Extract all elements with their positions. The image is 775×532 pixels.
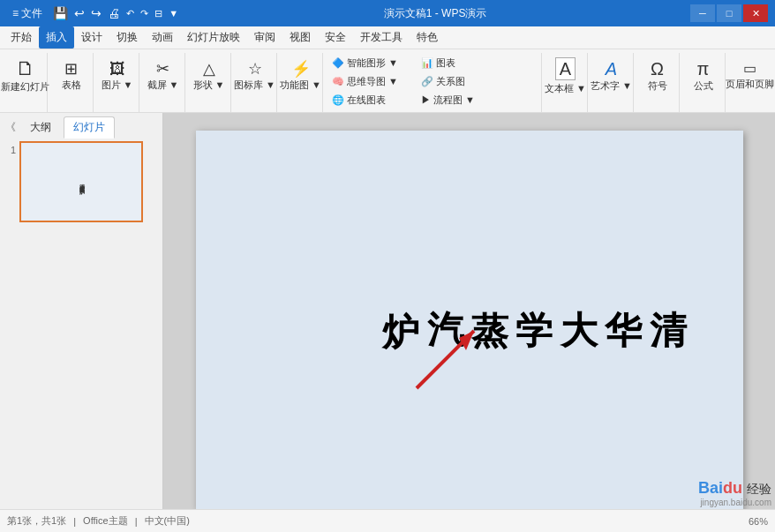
menu-slideshow[interactable]: 幻灯片放映	[180, 26, 247, 49]
menu-insert[interactable]: 插入	[39, 26, 74, 49]
funcdgm-btn[interactable]: ⚡ 功能图 ▼	[276, 55, 325, 97]
maximize-btn[interactable]: □	[717, 4, 741, 22]
quick-access-toolbar: 💾 ↩ ↪ 🖨 ↶ ↷ ⊟ ▼	[51, 4, 180, 22]
qa-redo-btn[interactable]: ↪	[89, 4, 103, 22]
title-bar-controls: ─ □ ✕	[690, 4, 768, 22]
iconlib-label: 图标库 ▼	[234, 79, 275, 92]
title-bar-title: 演示文稿1 - WPS演示	[180, 6, 690, 21]
image-btn[interactable]: 🖼 图片 ▼	[98, 55, 137, 97]
slide-1-wrapper: 1 清华大学蒸汽炉	[4, 141, 159, 222]
status-language: 中文(中国)	[145, 514, 190, 528]
iconlib-btn[interactable]: ☆ 图标库 ▼	[230, 55, 279, 97]
arttext-btn[interactable]: A 艺术字 ▼	[587, 55, 636, 97]
qa-undo-btn[interactable]: ↩	[72, 4, 87, 22]
toolbar-group-textbox: A 文本框 ▼	[544, 53, 588, 112]
symbol-icon: Ω	[651, 60, 664, 78]
chart-btn[interactable]: 📊 图表	[418, 56, 488, 71]
status-slide-info: 第1张，共1张	[7, 514, 66, 528]
qa-dropdown-btn[interactable]: ▼	[167, 6, 180, 20]
toolbar-group-crop: ✂ 截屏 ▼	[141, 53, 185, 112]
menu-security[interactable]: 安全	[318, 26, 353, 49]
qa-minus-btn[interactable]: ⊟	[153, 6, 164, 21]
shape-label: 形状 ▼	[193, 79, 225, 92]
headerfooter-btn[interactable]: ▭ 页眉和页脚	[722, 55, 776, 97]
funcdgm-label: 功能图 ▼	[280, 79, 321, 92]
smart-shape-btn[interactable]: 🔷 智能图形 ▼	[328, 56, 417, 71]
textbox-label: 文本框 ▼	[545, 82, 586, 95]
status-bar: 第1张，共1张 | Office主题 | 中文(中国) 66%	[0, 509, 775, 532]
table-btn[interactable]: ⊞ 表格	[52, 55, 91, 97]
menu-start[interactable]: 开始	[4, 26, 39, 49]
toolbar-group-newslide: 🗋 新建幻灯片	[4, 53, 48, 112]
status-zoom: 66%	[749, 516, 768, 527]
menu-switch[interactable]: 切换	[109, 26, 145, 49]
slide-1-thumbnail[interactable]: 清华大学蒸汽炉	[19, 141, 143, 222]
image-icon: 🖼	[109, 61, 125, 77]
new-slide-label: 新建幻灯片	[1, 80, 49, 94]
file-menu-btn[interactable]: ≡ 文件	[7, 4, 48, 23]
tab-slides[interactable]: 幻灯片	[64, 116, 115, 139]
slide-canvas[interactable]: 清华大学蒸汽炉	[196, 131, 743, 509]
flowchart-btn[interactable]: ▶ 流程图 ▼	[418, 92, 488, 108]
panel-collapse-btn[interactable]: 《	[4, 118, 18, 137]
crop-btn[interactable]: ✂ 截屏 ▼	[144, 55, 183, 97]
watermark-du: du	[723, 479, 742, 497]
panel-tabs: 《 大纲 幻灯片	[0, 113, 162, 138]
menu-view[interactable]: 视图	[282, 26, 318, 49]
toolbar-group-headerfooter: ▭ 页眉和页脚	[727, 53, 771, 112]
qa-save-btn[interactable]: 💾	[51, 4, 70, 22]
close-btn[interactable]: ✕	[743, 4, 768, 22]
qa-print-btn[interactable]: 🖨	[106, 4, 122, 22]
toolbar-group-iconlib: ☆ 图标库 ▼	[233, 53, 277, 112]
menu-review[interactable]: 审阅	[247, 26, 282, 49]
crop-label: 截屏 ▼	[147, 79, 179, 92]
watermark-bai: Bai	[698, 479, 723, 497]
toolbar-group-arttext: A 艺术字 ▼	[590, 53, 634, 112]
iconlib-icon: ☆	[248, 61, 262, 77]
textbox-icon: A	[555, 57, 576, 80]
table-icon: ⊞	[64, 61, 78, 77]
watermark-jingyan: 经验	[747, 482, 771, 496]
toolbar-group-shape: △ 形状 ▼	[187, 53, 231, 112]
menu-design[interactable]: 设计	[74, 26, 109, 49]
toolbar-group-table: ⊞ 表格	[49, 53, 94, 112]
toolbar-group-symbol: Ω 符号	[636, 53, 680, 112]
watermark-logo: Baidu	[698, 479, 747, 497]
online-chart-btn[interactable]: 🌐 在线图表	[328, 92, 417, 108]
funcdgm-icon: ⚡	[291, 61, 311, 77]
canvas-area[interactable]: 清华大学蒸汽炉	[163, 113, 775, 509]
toolbar-group-funcdgm: ⚡ 功能图 ▼	[279, 53, 323, 112]
new-slide-btn[interactable]: 🗋 新建幻灯片	[0, 55, 53, 97]
shape-btn[interactable]: △ 形状 ▼	[190, 55, 229, 97]
tab-outline[interactable]: 大纲	[21, 117, 60, 138]
menu-devtools[interactable]: 开发工具	[353, 26, 410, 49]
shape-icon: △	[203, 61, 215, 77]
qa-redo2-btn[interactable]: ↷	[139, 6, 150, 21]
slides-panel: 1 清华大学蒸汽炉	[0, 138, 162, 509]
mindmap-btn[interactable]: 🧠 思维导图 ▼	[328, 73, 417, 89]
main-area: 《 大纲 幻灯片 1 清华大学蒸汽炉 清华大学蒸汽炉	[0, 113, 775, 509]
new-slide-icon: 🗋	[16, 59, 35, 79]
watermark: Baidu 经验 jingyan.baidu.com	[698, 479, 771, 507]
headerfooter-label: 页眉和页脚	[726, 78, 774, 91]
symbol-btn[interactable]: Ω 符号	[638, 55, 677, 97]
menu-bar: 开始 插入 设计 切换 动画 幻灯片放映 审阅 视图 安全 开发工具 特色	[0, 26, 775, 49]
menu-special[interactable]: 特色	[410, 26, 445, 49]
crop-icon: ✂	[156, 61, 169, 77]
status-separator: |	[73, 516, 76, 527]
symbol-label: 符号	[648, 79, 667, 93]
watermark-url: jingyan.baidu.com	[698, 498, 771, 507]
left-panel: 《 大纲 幻灯片 1 清华大学蒸汽炉	[0, 113, 163, 509]
slide-1-number: 1	[4, 145, 16, 155]
toolbar-group-smart: 🔷 智能图形 ▼ 📊 图表 🧠 思维导图 ▼ 🔗 关系图 🌐 在线图表 ▶ 流程…	[325, 53, 542, 112]
menu-animation[interactable]: 动画	[145, 26, 180, 49]
qa-undo2-btn[interactable]: ↶	[124, 6, 136, 21]
formula-btn[interactable]: π 公式	[684, 55, 723, 97]
minimize-btn[interactable]: ─	[690, 4, 715, 22]
relation-btn[interactable]: 🔗 关系图	[418, 73, 488, 89]
formula-icon: π	[697, 60, 710, 78]
slide-main-text: 清华大学蒸汽炉	[379, 281, 690, 288]
textbox-btn[interactable]: A 文本框 ▼	[541, 55, 590, 97]
formula-label: 公式	[694, 79, 713, 93]
svg-marker-1	[459, 331, 474, 350]
